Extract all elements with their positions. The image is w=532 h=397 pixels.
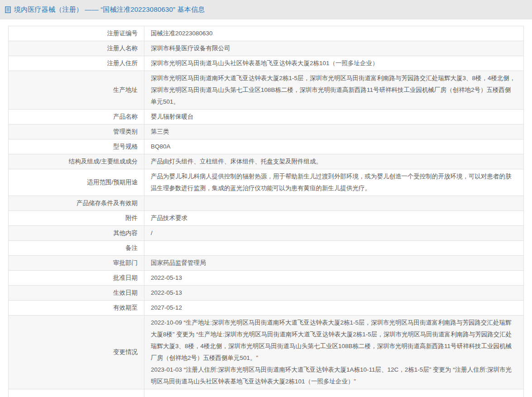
table-row: 变更情况 2022-10-09 “生产地址:深圳市光明区马田街道南环大道飞亚达钟…	[9, 316, 524, 389]
row-value: 深圳市科曼医疗设备有限公司	[144, 41, 524, 56]
table-row: 结构及组成/主要组成成分 产品由灯头组件、立柱组件、床体组件、托盘支架及附件组成…	[9, 154, 524, 169]
row-value: 国械注准20223080630	[144, 26, 524, 41]
row-label: 其他内容	[9, 226, 144, 241]
row-value: /	[144, 226, 524, 241]
table-row: 备注	[9, 241, 524, 256]
table-row: 批准日期 2022-05-13	[9, 271, 524, 286]
row-value: 婴儿辐射保暖台	[144, 110, 524, 124]
row-value: BQ80A	[144, 139, 524, 154]
table-row: 适用范围/预期用途 产品为婴儿和儿科病人提供控制的辐射热源，用于帮助新生儿过渡到…	[9, 169, 524, 196]
table-row: 有效期至 2027-05-12	[9, 301, 524, 316]
row-value: 国家药品监督管理局	[144, 256, 524, 271]
row-value: 深圳市光明区马田街道南环大道飞亚达钟表大厦2栋1-5层，深圳市光明区马田街道富利…	[144, 71, 524, 110]
table-row: 审批部门 国家药品监督管理局	[9, 256, 524, 271]
table-row: 其他内容 /	[9, 226, 524, 241]
table-row: 生产地址 深圳市光明区马田街道南环大道飞亚达钟表大厦2栋1-5层，深圳市光明区马…	[9, 71, 524, 110]
row-value: 产品由灯头组件、立柱组件、床体组件、托盘支架及附件组成。	[144, 154, 524, 169]
table-row: 产品名称 婴儿辐射保暖台	[9, 110, 524, 124]
table-row: 注册人名称 深圳市科曼医疗设备有限公司	[9, 41, 524, 56]
registration-info: 注册证编号 国械注准20223080630 注册人名称 深圳市科曼医疗设备有限公…	[8, 26, 524, 397]
row-value: 第三类	[144, 124, 524, 139]
row-value	[144, 241, 524, 256]
row-value: 详情	[144, 389, 524, 397]
table-row: 型号规格 BQ80A	[9, 139, 524, 154]
row-label: 注册人名称	[9, 41, 144, 56]
row-value: 2022-05-13	[144, 271, 524, 286]
row-value: 深圳市光明区马田街道马山头社区钟表基地飞亚达钟表大厦2栋101（一照多址企业）	[144, 56, 524, 71]
table-row: 注册证编号 国械注准20223080630	[9, 26, 524, 41]
row-label: 变更情况	[9, 316, 144, 389]
row-value: 2027-05-12	[144, 301, 524, 316]
table-row: 附件 产品技术要求	[9, 211, 524, 226]
row-label: 管理类别	[9, 124, 144, 139]
table-row: 注册人住所 深圳市光明区马田街道马山头社区钟表基地飞亚达钟表大厦2栋101（一照…	[9, 56, 524, 71]
row-label: 备注	[9, 241, 144, 256]
row-label: 批准日期	[9, 271, 144, 286]
table-row-note: 注 详情	[9, 389, 524, 397]
row-label: 型号规格	[9, 139, 144, 154]
row-label: 注册证编号	[9, 26, 144, 41]
row-value	[144, 196, 524, 211]
row-label: 适用范围/预期用途	[9, 169, 144, 196]
table-row: 管理类别 第三类	[9, 124, 524, 139]
document-icon	[5, 6, 11, 13]
page-title: 境内医疗器械（注册） —— “国械注准20223080630” 基本信息	[14, 5, 205, 14]
row-label: 产品储存条件及有效期	[9, 196, 144, 211]
row-value: 2022-05-13	[144, 286, 524, 301]
row-label: 注册人住所	[9, 56, 144, 71]
row-value: 2022-10-09 “生产地址:深圳市光明区马田街道南环大道飞亚达钟表大厦2栋…	[144, 316, 524, 389]
row-label: 有效期至	[9, 301, 144, 316]
row-label: 注	[9, 389, 144, 397]
row-value: 产品为婴儿和儿科病人提供控制的辐射热源，用于帮助新生儿过渡到外部环境，或为婴儿创…	[144, 169, 524, 196]
row-value: 产品技术要求	[144, 211, 524, 226]
page: 境内医疗器械（注册） —— “国械注准20223080630” 基本信息 注册证…	[0, 0, 532, 397]
row-label: 产品名称	[9, 110, 144, 124]
row-label: 生产地址	[9, 71, 144, 110]
row-label: 生效日期	[9, 286, 144, 301]
page-header: 境内医疗器械（注册） —— “国械注准20223080630” 基本信息	[0, 0, 532, 19]
table-row: 产品储存条件及有效期	[9, 196, 524, 211]
row-label: 结构及组成/主要组成成分	[9, 154, 144, 169]
registration-info-table: 注册证编号 国械注准20223080630 注册人名称 深圳市科曼医疗设备有限公…	[8, 26, 524, 397]
row-label: 附件	[9, 211, 144, 226]
row-label: 审批部门	[9, 256, 144, 271]
table-row: 生效日期 2022-05-13	[9, 286, 524, 301]
